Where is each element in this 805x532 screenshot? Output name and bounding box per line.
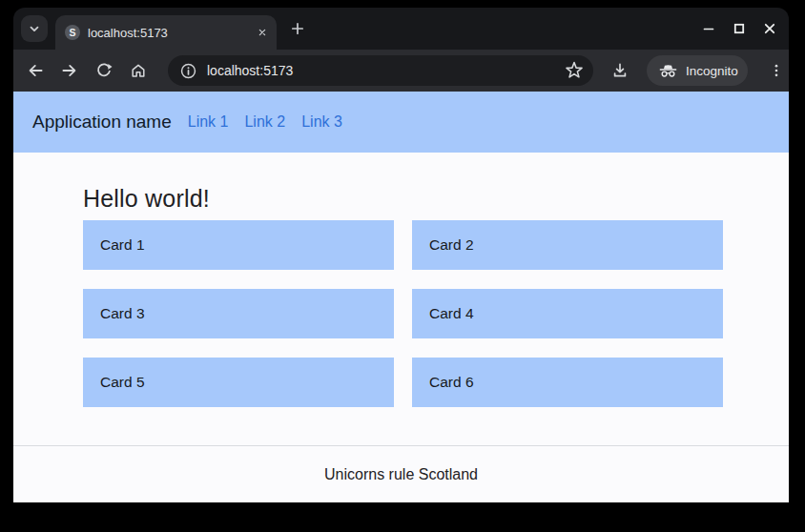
new-tab-button[interactable] <box>284 15 311 42</box>
minimize-button[interactable] <box>697 17 720 40</box>
close-window-button[interactable] <box>758 17 781 40</box>
url-text: localhost:5173 <box>207 63 293 78</box>
card-6: Card 6 <box>412 358 723 407</box>
tab-title: localhost:5173 <box>88 26 246 40</box>
forward-arrow-icon <box>61 62 78 79</box>
page-footer: Unicorns rule Scotland <box>13 445 789 502</box>
nav-link-3[interactable]: Link 3 <box>301 113 342 131</box>
back-arrow-icon <box>27 62 44 79</box>
download-icon <box>611 62 629 79</box>
tab-search-button[interactable] <box>21 15 48 42</box>
tab-strip: S localhost:5173 <box>13 8 789 50</box>
browser-window: S localhost:5173 <box>13 8 789 502</box>
card-4: Card 4 <box>412 289 723 338</box>
bookmark-star-icon[interactable] <box>565 61 584 80</box>
site-favicon-icon: S <box>65 25 80 40</box>
forward-button[interactable] <box>56 57 83 84</box>
window-controls <box>697 17 785 40</box>
incognito-label: Incognito <box>686 64 738 78</box>
incognito-icon <box>658 63 678 78</box>
plus-icon <box>289 20 306 37</box>
maximize-icon <box>731 20 748 37</box>
screen: S localhost:5173 <box>0 0 805 532</box>
page-heading: Hello world! <box>83 184 723 213</box>
home-button[interactable] <box>125 57 152 84</box>
kebab-menu-icon <box>768 62 785 79</box>
menu-kebab-button[interactable] <box>763 57 790 84</box>
reload-icon <box>95 62 113 79</box>
maximize-button[interactable] <box>728 17 751 40</box>
card-1: Card 1 <box>83 220 394 270</box>
browser-tab[interactable]: S localhost:5173 <box>55 15 277 50</box>
navbar-brand[interactable]: Application name <box>32 112 172 133</box>
tab-close-button[interactable] <box>254 24 271 41</box>
chevron-down-icon <box>26 20 43 37</box>
incognito-badge[interactable]: Incognito <box>647 55 748 86</box>
card-5: Card 5 <box>83 358 394 407</box>
home-icon <box>130 62 147 79</box>
footer-text: Unicorns rule Scotland <box>324 466 478 482</box>
nav-link-2[interactable]: Link 2 <box>244 113 285 131</box>
nav-link-1[interactable]: Link 1 <box>188 113 229 131</box>
site-info-icon[interactable] <box>179 62 197 80</box>
navbar-links: Link 1 Link 2 Link 3 <box>188 113 342 131</box>
back-button[interactable] <box>22 57 49 84</box>
card-2: Card 2 <box>412 220 723 270</box>
minimize-icon <box>700 20 717 37</box>
close-icon <box>761 20 778 37</box>
reload-button[interactable] <box>91 57 117 84</box>
close-icon <box>256 26 269 39</box>
web-page: Application name Link 1 Link 2 Link 3 He… <box>13 92 789 502</box>
page-main: Hello world! Card 1 Card 2 Card 3 Card 4… <box>83 184 723 407</box>
card-3: Card 3 <box>83 289 394 338</box>
address-bar[interactable]: localhost:5173 <box>168 55 593 86</box>
page-navbar: Application name Link 1 Link 2 Link 3 <box>13 92 789 153</box>
browser-toolbar: localhost:5173 Incognito <box>13 50 789 92</box>
card-grid: Card 1 Card 2 Card 3 Card 4 Card 5 Card … <box>83 220 723 407</box>
downloads-button[interactable] <box>607 57 633 84</box>
